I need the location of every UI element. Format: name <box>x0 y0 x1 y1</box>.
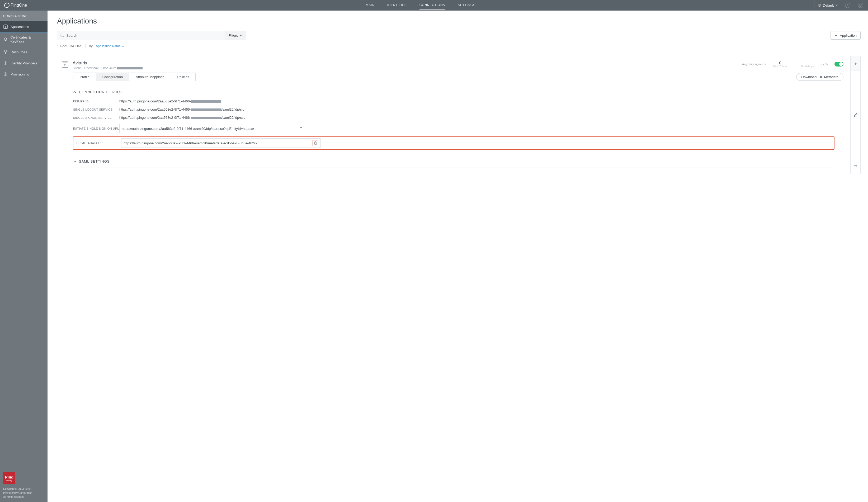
svg-point-10 <box>61 34 63 36</box>
add-application-label: Application <box>840 33 857 38</box>
sidebar-item-label: Applications <box>11 25 29 29</box>
search-input[interactable] <box>66 33 222 38</box>
tab-policies[interactable]: Policies <box>171 73 196 81</box>
svg-point-4 <box>4 38 7 40</box>
nav-connections[interactable]: CONNECTIONS <box>420 1 445 10</box>
sidebar-footer: Ping Identity. Copyright © 2003-2020 Pin… <box>0 469 48 502</box>
brand-icon <box>4 3 10 8</box>
field-value: https://auth.pingone.com/2aa563e2-9f71-4… <box>119 107 245 111</box>
nav-main[interactable]: MAIN <box>365 1 374 10</box>
redacted-text <box>117 67 143 70</box>
brand-text: PingOne <box>11 3 27 8</box>
svg-point-3 <box>5 27 6 28</box>
stat-avg-value: 0 Past 7 days <box>773 61 787 68</box>
top-nav: MAIN IDENTITIES CONNECTIONS SETTINGS <box>27 1 814 10</box>
sidebar-item-label: Certificates & KeyPairs <box>10 35 44 43</box>
redacted-text <box>191 117 221 119</box>
user-menu-button[interactable] <box>857 2 864 9</box>
sidebar-item-applications[interactable]: Applications <box>0 21 48 32</box>
section-saml-header[interactable]: SAML SETTINGS <box>73 159 835 164</box>
app-tabs-row: Profile Configuration Attribute Mappings… <box>57 73 850 81</box>
search-box[interactable] <box>57 31 225 40</box>
nav-settings[interactable]: SETTINGS <box>458 1 475 10</box>
download-idp-metadata-button[interactable]: Download IDP Metadata <box>796 73 844 81</box>
ping-logo-sub: Identity. <box>6 480 12 481</box>
application-name: Aviatrix <box>73 61 143 66</box>
section-connection-title: CONNECTION DETAILS <box>79 90 122 94</box>
app-right-rail <box>850 56 860 174</box>
ping-identity-logo: Ping Identity. <box>3 472 15 484</box>
sidebar-item-certificates[interactable]: Certificates & KeyPairs <box>0 32 48 46</box>
application-title-block: Aviatrix Client ID: ecd5ba20-0b5a-462c- <box>73 61 143 70</box>
chevron-down-icon <box>239 34 242 37</box>
sort-value: Application Name <box>96 44 121 48</box>
result-count-bar: 1 APPLICATIONS By Application Name <box>57 44 861 48</box>
copy-initiate-sso-button[interactable] <box>298 126 304 132</box>
field-value: https://auth.pingone.com/2aa563e2-9f71-4… <box>119 116 245 119</box>
svg-point-5 <box>4 50 5 51</box>
tab-attribute-mappings[interactable]: Attribute Mappings <box>129 73 170 81</box>
add-application-button[interactable]: Application <box>830 31 861 40</box>
field-value: https://auth.pingone.com/2aa563e2-9f71-4… <box>122 127 296 130</box>
initiate-sso-input[interactable]: https://auth.pingone.com/2aa563e2-9f71-4… <box>119 124 306 133</box>
copy-idp-metadata-button[interactable] <box>312 140 318 146</box>
app-tabs: Profile Configuration Attribute Mappings… <box>73 73 196 81</box>
redacted-text <box>191 100 221 103</box>
provisioning-icon <box>3 72 8 76</box>
help-button[interactable]: ? <box>845 2 851 9</box>
search-toolbar: Filters Application <box>57 31 861 40</box>
svg-point-9 <box>5 74 6 75</box>
tab-configuration[interactable]: Configuration <box>96 73 129 81</box>
sort-dropdown[interactable]: Application Name <box>96 44 124 48</box>
collapse-button[interactable] <box>850 56 860 71</box>
delete-button[interactable] <box>850 159 860 174</box>
page-title: Applications <box>57 17 861 25</box>
filters-button[interactable]: Filters <box>225 31 246 40</box>
idp-metadata-url-input[interactable]: https://auth.pingone.com/2aa563e2-9f71-4… <box>121 138 321 148</box>
clipboard-icon <box>299 127 303 130</box>
sidebar-item-provisioning[interactable]: Provisioning <box>0 69 48 80</box>
clipboard-icon <box>314 141 317 145</box>
application-stats: Avg daily sign-ons: 0 Past 7 days No dat… <box>742 61 844 68</box>
ping-logo-text: Ping <box>5 475 14 479</box>
divider <box>854 2 854 8</box>
divider <box>794 61 794 68</box>
result-count: 1 APPLICATIONS <box>57 44 82 48</box>
search-and-filters: Filters <box>57 31 246 40</box>
resources-icon <box>3 50 8 54</box>
plus-icon <box>835 34 838 37</box>
trash-icon <box>854 165 858 169</box>
sidebar-item-label: Resources <box>11 50 27 54</box>
field-sso: SINGLE SIGNON SERVICE https://auth.pingo… <box>73 114 835 122</box>
section-connection-header[interactable]: CONNECTION DETAILS <box>73 90 835 94</box>
sidebar-item-idp[interactable]: Identity Providers <box>0 57 48 69</box>
sort-prefix: By <box>89 44 93 48</box>
idp-icon <box>3 61 8 65</box>
environment-selector[interactable]: Default <box>818 3 838 7</box>
nav-identities[interactable]: IDENTITIES <box>387 1 407 10</box>
application-enabled-toggle[interactable] <box>835 62 844 66</box>
copyright-line: Ping Identity Corporation <box>3 491 44 495</box>
copyright-line: Copyright © 2003-2020 <box>3 487 44 491</box>
topbar: PingOne MAIN IDENTITIES CONNECTIONS SETT… <box>0 0 868 11</box>
tab-profile[interactable]: Profile <box>73 73 96 81</box>
section-connection-details: CONNECTION DETAILS ISSUER ID https://aut… <box>73 86 835 152</box>
filters-label: Filters <box>229 33 238 38</box>
application-client-id: Client ID: ecd5ba20-0b5a-462c- <box>73 66 143 70</box>
section-saml-settings: SAML SETTINGS <box>73 155 835 168</box>
svg-point-6 <box>6 50 7 51</box>
field-initiate-sso: INITIATE SINGLE SIGN-ON URL https://auth… <box>73 122 835 135</box>
section-saml-title: SAML SETTINGS <box>79 159 110 164</box>
topbar-right: Default ? <box>814 2 864 9</box>
sparkline-icon <box>803 61 813 64</box>
edit-button[interactable] <box>850 108 860 122</box>
divider <box>85 44 86 48</box>
sidebar-item-resources[interactable]: Resources <box>0 46 48 57</box>
application-header: Aviatrix Client ID: ecd5ba20-0b5a-462c- … <box>57 56 850 73</box>
sidebar: CONNECTIONS Applications Certificates & … <box>0 11 48 502</box>
field-value: https://auth.pingone.com/2aa563e2-9f71-4… <box>124 141 310 145</box>
environment-label: Default <box>823 3 834 7</box>
chevron-down-icon <box>835 4 838 7</box>
collapse-up-icon <box>854 61 858 65</box>
main-content: Applications Filters Application 1 APPLI… <box>48 11 868 502</box>
